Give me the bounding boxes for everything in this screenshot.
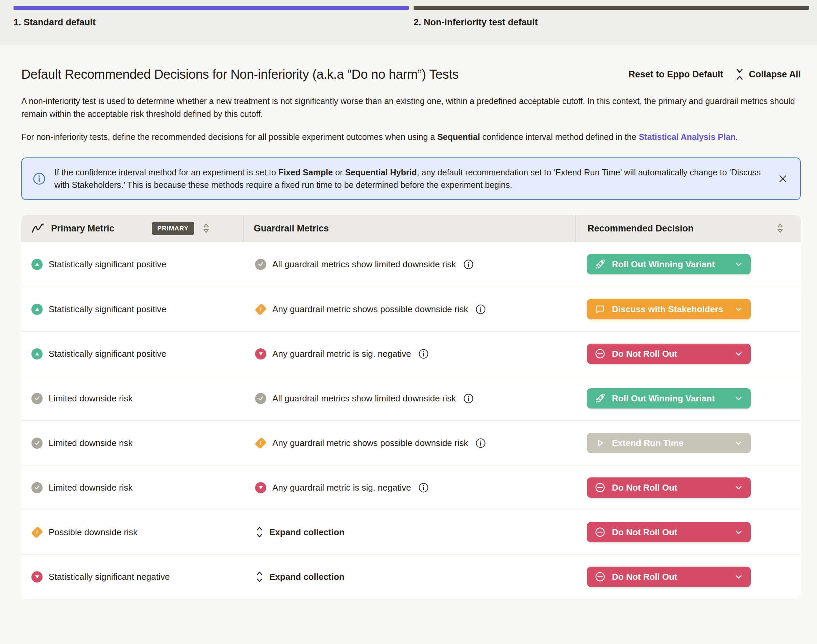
- main-content: Default Recommended Decisions for Non-in…: [0, 46, 817, 599]
- recommended-decision-header-label: Recommended Decision: [587, 223, 694, 234]
- table-row: Limited downside risk ! Any guardrail me…: [21, 420, 801, 465]
- guardrail-cell: All guardrail metrics show limited downs…: [243, 393, 575, 404]
- primary-metric-header-label: Primary Metric: [51, 223, 115, 234]
- decision-label: Do Not Roll Out: [612, 483, 678, 493]
- expand-collection-label[interactable]: Expand collection: [269, 527, 345, 538]
- warning-diamond-icon: !: [31, 526, 43, 538]
- guardrail-cell: All guardrail metrics show limited downs…: [243, 259, 575, 270]
- primary-metric-label: Statistically significant positive: [49, 259, 166, 270]
- significant-positive-icon: [31, 259, 43, 270]
- reset-to-default-button[interactable]: Reset to Eppo Default: [628, 69, 723, 80]
- expand-icon[interactable]: [255, 571, 264, 583]
- title-row: Default Recommended Decisions for Non-in…: [21, 67, 801, 82]
- sort-icon[interactable]: [776, 223, 785, 234]
- tab-standard-default[interactable]: 1. Standard default: [14, 6, 409, 46]
- guardrail-cell: Any guardrail metric is sig. negative: [243, 348, 575, 359]
- primary-metric-label: Statistically significant positive: [49, 304, 166, 314]
- decision-label: Extend Run Time: [612, 438, 684, 448]
- table-row: Statistically significant positive ! Any…: [21, 287, 801, 331]
- info-icon[interactable]: [475, 304, 486, 314]
- guardrail-cell: ! Any guardrail metric shows possible do…: [243, 304, 575, 315]
- step-label: 2. Non-inferiority test default: [414, 17, 809, 28]
- guardrail-label: Any guardrail metric is sig. negative: [272, 483, 411, 493]
- guardrail-label: Any guardrail metric shows possible down…: [272, 438, 468, 448]
- page-title: Default Recommended Decisions for Non-in…: [21, 67, 458, 82]
- close-icon[interactable]: [778, 174, 788, 184]
- decision-dropdown[interactable]: Do Not Roll Out: [587, 343, 751, 364]
- table-header: Primary Metric PRIMARY Guardrail Metrics…: [21, 215, 801, 242]
- significant-negative-icon: [255, 482, 266, 493]
- chevron-down-icon: [734, 572, 743, 581]
- decision-cell: Do Not Roll Out: [575, 522, 801, 542]
- decision-cell: Roll Out Winning Variant: [575, 254, 801, 274]
- decisions-table: Primary Metric PRIMARY Guardrail Metrics…: [21, 215, 801, 599]
- primary-metric-cell: Limited downside risk: [21, 482, 243, 493]
- sort-icon[interactable]: [202, 223, 210, 234]
- decision-dropdown[interactable]: Do Not Roll Out: [587, 522, 751, 542]
- intro-paragraph-2: For non-inferiority tests, define the re…: [21, 130, 801, 143]
- warning-diamond-icon: !: [255, 437, 267, 449]
- info-banner: If the confidence interval method for an…: [21, 158, 801, 200]
- info-icon[interactable]: [418, 483, 429, 493]
- chevron-down-icon: [734, 394, 743, 403]
- decision-dropdown[interactable]: Discuss with Stakeholders: [587, 299, 751, 319]
- decision-dropdown[interactable]: Roll Out Winning Variant: [587, 388, 751, 408]
- primary-metric-cell: Statistically significant positive: [21, 304, 243, 315]
- table-row: Statistically significant positive All g…: [21, 242, 801, 287]
- warning-diamond-icon: !: [255, 303, 267, 315]
- info-icon[interactable]: [463, 393, 474, 404]
- expand-collection-label[interactable]: Expand collection: [269, 572, 345, 582]
- guardrail-label: All guardrail metrics show limited downs…: [272, 393, 456, 404]
- primary-metric-label: Statistically significant negative: [49, 572, 170, 582]
- decision-label: Do Not Roll Out: [612, 527, 678, 538]
- primary-metric-cell: Statistically significant negative: [21, 571, 243, 583]
- significant-positive-icon: [31, 348, 43, 359]
- significant-positive-icon: [31, 304, 43, 315]
- chevron-down-icon: [734, 438, 743, 448]
- statistical-analysis-plan-link[interactable]: Statistical Analysis Plan: [639, 132, 736, 141]
- info-icon[interactable]: [475, 438, 486, 448]
- do-not-enter-icon: [594, 482, 606, 493]
- collapse-all-button[interactable]: Collapse All: [734, 69, 801, 80]
- primary-metric-label: Statistically significant positive: [49, 349, 166, 359]
- decision-label: Roll Out Winning Variant: [612, 259, 715, 270]
- primary-badge: PRIMARY: [152, 222, 195, 235]
- chat-bubble-icon: [594, 304, 606, 315]
- primary-metric-cell: Statistically significant positive: [21, 348, 243, 359]
- page: 1. Standard default 2. Non-inferiority t…: [0, 0, 817, 644]
- guardrail-cell: Any guardrail metric is sig. negative: [243, 482, 575, 493]
- collapse-all-label: Collapse All: [749, 69, 801, 80]
- tab-non-inferiority-default[interactable]: 2. Non-inferiority test default: [414, 6, 809, 46]
- do-not-enter-icon: [594, 526, 606, 538]
- decision-dropdown[interactable]: Do Not Roll Out: [587, 477, 751, 498]
- decision-cell: Discuss with Stakeholders: [575, 299, 801, 319]
- chevron-down-icon: [734, 304, 743, 314]
- info-icon[interactable]: [463, 259, 474, 270]
- chevron-down-icon: [734, 259, 743, 269]
- title-actions: Reset to Eppo Default Collapse All: [628, 67, 801, 80]
- table-row: Statistically significant negative Expan…: [21, 554, 801, 599]
- step-tabs: 1. Standard default 2. Non-inferiority t…: [0, 0, 817, 46]
- decision-dropdown[interactable]: Roll Out Winning Variant: [587, 254, 751, 274]
- recommended-decision-header: Recommended Decision: [575, 215, 801, 242]
- table-row: ! Possible downside risk Expand collecti…: [21, 509, 801, 554]
- info-icon[interactable]: [418, 349, 429, 359]
- expand-icon[interactable]: [255, 526, 264, 538]
- guardrail-cell: ! Any guardrail metric shows possible do…: [243, 437, 575, 449]
- primary-metric-label: Limited downside risk: [49, 483, 133, 493]
- step-progress-bar: [14, 6, 409, 10]
- info-icon: [33, 172, 46, 185]
- primary-metric-label: Possible downside risk: [49, 527, 138, 538]
- do-not-enter-icon: [594, 348, 606, 359]
- check-icon: [31, 437, 43, 449]
- decision-cell: Extend Run Time: [575, 433, 801, 453]
- decision-dropdown[interactable]: Do Not Roll Out: [587, 567, 751, 587]
- primary-metric-cell: ! Possible downside risk: [21, 527, 243, 538]
- table-row: Limited downside risk All guardrail metr…: [21, 376, 801, 420]
- primary-metric-label: Limited downside risk: [49, 438, 133, 448]
- decision-cell: Do Not Roll Out: [575, 477, 801, 498]
- primary-metric-cell: Limited downside risk: [21, 437, 243, 449]
- decision-dropdown-disabled[interactable]: Extend Run Time: [587, 433, 751, 453]
- chevron-down-icon: [734, 349, 743, 359]
- step-progress-bar: [414, 6, 809, 10]
